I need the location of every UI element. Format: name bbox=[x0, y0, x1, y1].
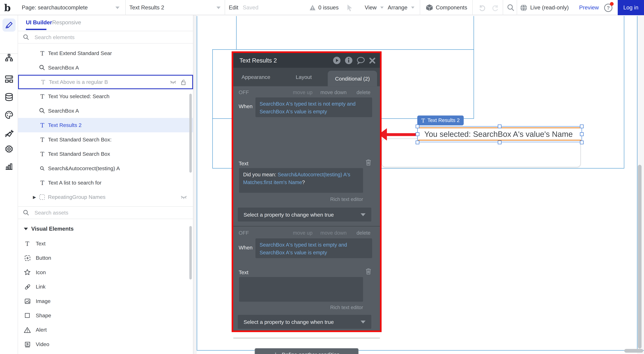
expand-caret-icon[interactable]: ▶ bbox=[33, 195, 36, 199]
tree-item[interactable]: ▶ RepeatingGroup Names bbox=[18, 190, 193, 204]
hidden-eye-icon[interactable] bbox=[180, 194, 187, 200]
canvas-vertical-scrollbar[interactable] bbox=[638, 165, 642, 349]
palette-item-shape[interactable]: Shape bbox=[18, 308, 193, 322]
palette-item-alert[interactable]: Alert bbox=[18, 323, 193, 337]
condition-1-property-select[interactable]: Select a property to change when true bbox=[238, 207, 371, 221]
arrange-menu[interactable]: Arrange bbox=[388, 0, 414, 15]
resize-handle-e[interactable] bbox=[580, 132, 584, 136]
run-workflow-icon[interactable] bbox=[333, 56, 341, 65]
define-another-condition-button[interactable]: + Define another condition bbox=[254, 348, 358, 354]
tree-item[interactable]: T Text You selected: Search bbox=[18, 89, 193, 104]
selected-element-badge: T Text Results 2 bbox=[417, 116, 464, 125]
tab-ui-builder[interactable]: UI Builder bbox=[26, 19, 52, 25]
preview-button[interactable]: Preview bbox=[579, 0, 599, 15]
search-elements-input[interactable]: Search elements bbox=[18, 31, 193, 44]
environment-globe-icon[interactable] bbox=[520, 0, 528, 15]
resize-handle-s[interactable] bbox=[498, 141, 502, 144]
tree-scrollbar[interactable] bbox=[189, 94, 192, 173]
components-menu[interactable]: Components bbox=[436, 0, 467, 15]
condition-2-when-expression[interactable]: SearchBox A's typed text is empty and Se… bbox=[256, 238, 372, 258]
search-tool-icon[interactable] bbox=[507, 0, 514, 15]
selected-text-element[interactable]: You selected: SearchBox A's value's Name bbox=[417, 126, 582, 142]
view-menu[interactable]: View bbox=[365, 0, 384, 15]
tree-item[interactable]: Search&Autocorrect(testing) A bbox=[18, 161, 193, 175]
plugins-plug-icon[interactable] bbox=[4, 128, 14, 140]
move-down-link[interactable]: move down bbox=[320, 90, 346, 96]
page-selector-caret-icon[interactable] bbox=[116, 0, 120, 15]
cursor-tool-icon[interactable] bbox=[346, 0, 353, 15]
resize-handle-nw[interactable] bbox=[416, 125, 419, 128]
workflow-icon[interactable] bbox=[4, 53, 14, 64]
assets-scrollbar[interactable] bbox=[189, 226, 192, 279]
settings-gear-icon[interactable] bbox=[4, 144, 14, 155]
condition-2-text-value-empty[interactable] bbox=[239, 277, 363, 302]
delete-property-trash-icon[interactable] bbox=[366, 159, 371, 166]
tree-item[interactable]: T Text Extend Standard Sear bbox=[18, 46, 193, 60]
logs-chart-icon[interactable] bbox=[4, 162, 14, 172]
data-database-icon[interactable] bbox=[4, 93, 14, 104]
search-assets-input[interactable]: Search assets bbox=[18, 206, 193, 219]
tree-item[interactable]: T Text A list to search for bbox=[18, 175, 193, 190]
redo-icon[interactable] bbox=[491, 0, 500, 15]
info-icon[interactable] bbox=[345, 56, 353, 65]
condition-2-property-select[interactable]: Select a property to change when true bbox=[238, 315, 371, 329]
condition-1-when-expression[interactable]: SearchBox A's typed text is not empty an… bbox=[256, 97, 372, 117]
canvas-horizontal-scrollbar[interactable] bbox=[624, 349, 643, 353]
canvas-searchbox-element[interactable] bbox=[382, 138, 581, 167]
tab-layout[interactable]: Layout bbox=[296, 68, 312, 86]
unlocked-icon[interactable] bbox=[180, 79, 186, 85]
delete-link[interactable]: delete bbox=[356, 90, 370, 96]
tab-appearance[interactable]: Appearance bbox=[242, 68, 270, 86]
design-pencil-icon[interactable] bbox=[4, 21, 13, 31]
comment-icon[interactable] bbox=[356, 56, 365, 65]
page-selector[interactable]: Page: searchautocomplete bbox=[22, 0, 88, 15]
tree-item[interactable]: T Text Standard Search Box bbox=[18, 147, 193, 161]
components-cube-icon[interactable] bbox=[426, 0, 433, 15]
condition-off-toggle[interactable]: OFF bbox=[239, 90, 249, 96]
dialog-header[interactable]: Text Results 2 bbox=[233, 53, 380, 68]
edit-menu[interactable]: Edit bbox=[229, 0, 238, 15]
delete-property-trash-icon[interactable] bbox=[366, 268, 371, 274]
palette-item-icon[interactable]: Icon bbox=[18, 265, 193, 279]
delete-link[interactable]: delete bbox=[356, 230, 370, 236]
undo-icon[interactable] bbox=[478, 0, 486, 15]
tab-conditional[interactable]: Conditional (2) bbox=[328, 71, 377, 86]
element-selector[interactable]: Text Results 2 bbox=[130, 0, 164, 15]
issues-warning-icon[interactable] bbox=[309, 0, 316, 15]
move-up-link[interactable]: move up bbox=[293, 90, 312, 96]
condition-off-toggle[interactable]: OFF bbox=[239, 230, 249, 236]
close-icon[interactable] bbox=[369, 57, 376, 64]
condition-1-text-value[interactable]: Did you mean: Search&Autocorrect(testing… bbox=[239, 168, 363, 193]
tree-item[interactable]: T Text Standard Search Box: bbox=[18, 132, 193, 147]
tree-item-selected-border[interactable]: T Text Above is a regular B bbox=[18, 75, 193, 89]
move-down-link[interactable]: move down bbox=[320, 230, 346, 236]
components-panel-icon[interactable] bbox=[4, 75, 14, 86]
environment-selector[interactable]: Live (read-only) bbox=[530, 0, 569, 15]
palette-item-text[interactable]: T Text bbox=[18, 236, 193, 251]
tree-item[interactable]: SearchBox A bbox=[18, 60, 193, 75]
hidden-eye-icon[interactable] bbox=[170, 79, 177, 85]
issue-counter[interactable]: 0 issues bbox=[318, 0, 338, 15]
tree-item-active[interactable]: T Text Results 2 bbox=[18, 118, 193, 132]
rich-text-editor-link[interactable]: Rich text editor bbox=[330, 305, 363, 310]
visual-elements-header[interactable]: Visual Elements bbox=[24, 226, 74, 232]
rich-text-editor-link[interactable]: Rich text editor bbox=[330, 196, 363, 202]
resize-handle-n[interactable] bbox=[498, 125, 502, 128]
resize-handle-w[interactable] bbox=[416, 132, 419, 136]
palette-item-button[interactable]: Button bbox=[18, 251, 193, 265]
element-selector-caret-icon[interactable] bbox=[216, 0, 221, 15]
login-button[interactable]: Log in bbox=[618, 0, 644, 15]
search-icon bbox=[23, 210, 29, 216]
tree-item[interactable]: SearchBox A bbox=[18, 104, 193, 118]
palette-item-link[interactable]: Link bbox=[18, 279, 193, 294]
resize-handle-ne[interactable] bbox=[580, 125, 584, 128]
palette-item-image[interactable]: Image bbox=[18, 294, 193, 308]
tab-responsive[interactable]: Responsive bbox=[52, 19, 81, 25]
move-up-link[interactable]: move up bbox=[293, 230, 312, 236]
bubble-logo[interactable]: b bbox=[4, 0, 11, 15]
resize-handle-sw[interactable] bbox=[416, 141, 419, 144]
palette-item-video[interactable]: Video bbox=[18, 337, 193, 351]
styles-palette-icon[interactable] bbox=[4, 110, 14, 121]
resize-handle-se[interactable] bbox=[580, 141, 584, 144]
help-button[interactable]: ? bbox=[604, 0, 613, 15]
